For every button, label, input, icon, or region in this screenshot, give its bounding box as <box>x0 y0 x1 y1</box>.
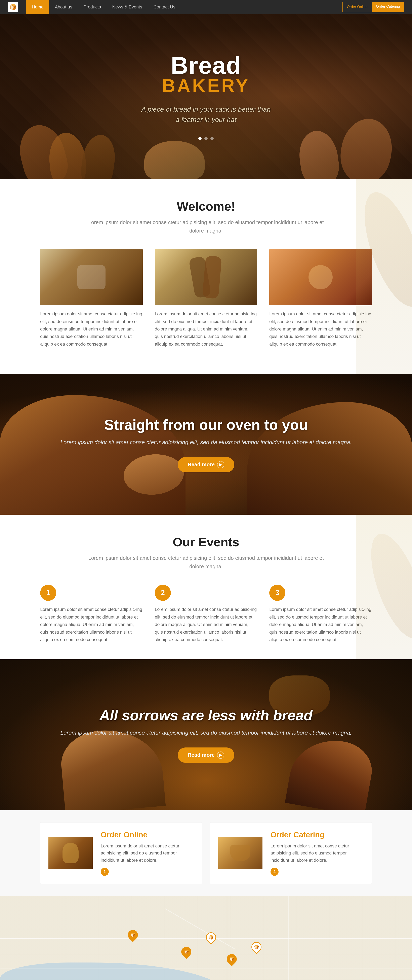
map-marker-icon-5: 🍞 <box>254 945 259 950</box>
map-marker-1[interactable]: 🍞 <box>128 930 140 944</box>
event-number-2: 2 <box>155 585 171 601</box>
events-cards: 1 Lorem ipsum dolor sit amet conse ctetu… <box>40 585 372 643</box>
events-title: Our Events <box>40 535 372 549</box>
nav-item-home[interactable]: Home <box>26 0 49 14</box>
event-card-text-3: Lorem ipsum dolor sit amet conse ctetur … <box>269 606 372 643</box>
order-online-content: Order Online Lorem ipsum dolor sit amet … <box>101 830 194 876</box>
oven-section: Straight from our oven to you Lorem ipsu… <box>0 374 412 515</box>
welcome-card-text-3: Lorem ipsum dolor sit amet conse ctetur … <box>269 310 372 348</box>
welcome-card-text-1: Lorem ipsum dolor sit amet conse ctetur … <box>40 310 143 348</box>
hero-title-bakery: BAKERY <box>141 75 271 96</box>
order-catering-text: Lorem ipsum dolor sit amet conse ctetur … <box>271 842 364 864</box>
map-marker-3[interactable]: 🍞 <box>206 932 218 947</box>
logo-icon: 🍞 <box>8 2 18 12</box>
map-background: 🍞 🍞 🍞 🍞 🍞 <box>0 896 412 980</box>
welcome-card-image-2 <box>155 249 257 305</box>
hero-dot-1[interactable] <box>198 137 201 140</box>
event-card-text-1: Lorem ipsum dolor sit amet conse ctetur … <box>40 606 143 643</box>
sorrows-read-more-button[interactable]: Read more ▶ <box>177 748 235 763</box>
event-number-1: 1 <box>40 585 56 601</box>
map-marker-icon-4: 🍞 <box>229 957 234 961</box>
navbar: 🍞 Home About us Products News & Events C… <box>0 0 412 14</box>
hero-dot-3[interactable] <box>211 137 214 140</box>
nav-item-contact[interactable]: Contact Us <box>148 0 181 14</box>
oven-title: Straight from our oven to you <box>60 417 352 433</box>
oven-read-more-icon: ▶ <box>217 461 224 468</box>
welcome-card-1: Lorem ipsum dolor sit amet conse ctetur … <box>40 249 143 348</box>
order-section: Order Online Lorem ipsum dolor sit amet … <box>0 810 412 896</box>
sorrows-read-more-label: Read more <box>188 752 215 758</box>
event-number-3: 3 <box>269 585 285 601</box>
events-subtitle: Lorem ipsum dolor sit amet conse ctetur … <box>86 554 326 571</box>
welcome-subtitle: Lorem ipsum dolor sit amet conse ctetur … <box>86 218 326 235</box>
map-marker-5[interactable]: 🍞 <box>252 942 263 956</box>
map-marker-icon-3: 🍞 <box>209 935 214 940</box>
order-catering-number[interactable]: 2 <box>271 868 279 876</box>
welcome-title: Welcome! <box>40 199 372 213</box>
hero-content: Bread BAKERY A piece of bread in your sa… <box>141 53 271 140</box>
event-card-1: 1 Lorem ipsum dolor sit amet conse ctetu… <box>40 585 143 643</box>
order-catering-title: Order Catering <box>271 830 364 839</box>
sorrows-section: All sorrows are less with bread Lorem ip… <box>0 659 412 810</box>
order-catering-image <box>218 837 263 869</box>
oven-read-more-button[interactable]: Read more ▶ <box>177 457 235 472</box>
map-marker-4[interactable]: 🍞 <box>227 954 239 968</box>
nav-item-products[interactable]: Products <box>78 0 107 14</box>
event-card-text-2: Lorem ipsum dolor sit amet conse ctetur … <box>155 606 257 643</box>
map-marker-icon-1: 🍞 <box>130 932 135 937</box>
sorrows-title: All sorrows are less with bread <box>60 707 352 724</box>
nav-logo[interactable]: 🍞 <box>8 2 18 12</box>
events-section: Our Events Lorem ipsum dolor sit amet co… <box>0 515 412 659</box>
hero-dot-2[interactable] <box>204 137 208 140</box>
oven-subtitle: Lorem ipsum dolor sit amet conse ctetur … <box>60 438 352 447</box>
event-card-3: 3 Lorem ipsum dolor sit amet conse ctetu… <box>269 585 372 643</box>
welcome-card-image-3 <box>269 249 372 305</box>
nav-item-news[interactable]: News & Events <box>106 0 148 14</box>
order-online-text: Lorem ipsum dolor sit amet conse ctetur … <box>101 842 194 864</box>
welcome-card-3: Lorem ipsum dolor sit amet conse ctetur … <box>269 249 372 348</box>
sorrows-content: All sorrows are less with bread Lorem ip… <box>60 707 352 763</box>
event-card-2: 2 Lorem ipsum dolor sit amet conse ctetu… <box>155 585 257 643</box>
welcome-section: Welcome! Lorem ipsum dolor sit amet cons… <box>0 179 412 374</box>
sorrows-read-more-icon: ▶ <box>217 751 224 759</box>
nav-order-catering-button[interactable]: Order Catering <box>372 2 404 12</box>
order-catering-card: Order Catering Lorem ipsum dolor sit ame… <box>210 822 372 884</box>
hero-subtitle: A piece of bread in your sack is better … <box>141 104 271 125</box>
nav-order-online-button[interactable]: Order Online <box>342 2 372 12</box>
order-catering-content: Order Catering Lorem ipsum dolor sit ame… <box>271 830 364 876</box>
hero-section: Bread BAKERY A piece of bread in your sa… <box>0 14 412 179</box>
order-online-number[interactable]: 1 <box>101 868 109 876</box>
welcome-card-text-2: Lorem ipsum dolor sit amet conse ctetur … <box>155 310 257 348</box>
oven-content: Straight from our oven to you Lorem ipsu… <box>60 417 352 472</box>
order-online-title: Order Online <box>101 830 194 839</box>
oven-read-more-label: Read more <box>188 461 215 468</box>
welcome-cards: Lorem ipsum dolor sit amet conse ctetur … <box>40 249 372 348</box>
nav-order-buttons: Order Online Order Catering <box>342 2 404 12</box>
order-online-image <box>48 837 93 869</box>
map-marker-2[interactable]: 🍞 <box>181 947 193 961</box>
nav-links: Home About us Products News & Events Con… <box>26 0 342 14</box>
map-water <box>0 963 227 980</box>
order-online-card: Order Online Lorem ipsum dolor sit amet … <box>40 822 202 884</box>
welcome-card-2: Lorem ipsum dolor sit amet conse ctetur … <box>155 249 257 348</box>
hero-dots <box>141 137 271 140</box>
hero-title-bread: Bread <box>141 53 271 78</box>
welcome-card-image-1 <box>40 249 143 305</box>
sorrows-subtitle: Lorem ipsum dolor sit amet conse ctetur … <box>60 729 352 737</box>
map-marker-icon-2: 🍞 <box>184 950 189 954</box>
map-section: 🍞 🍞 🍞 🍞 🍞 <box>0 896 412 980</box>
nav-item-about[interactable]: About us <box>49 0 78 14</box>
